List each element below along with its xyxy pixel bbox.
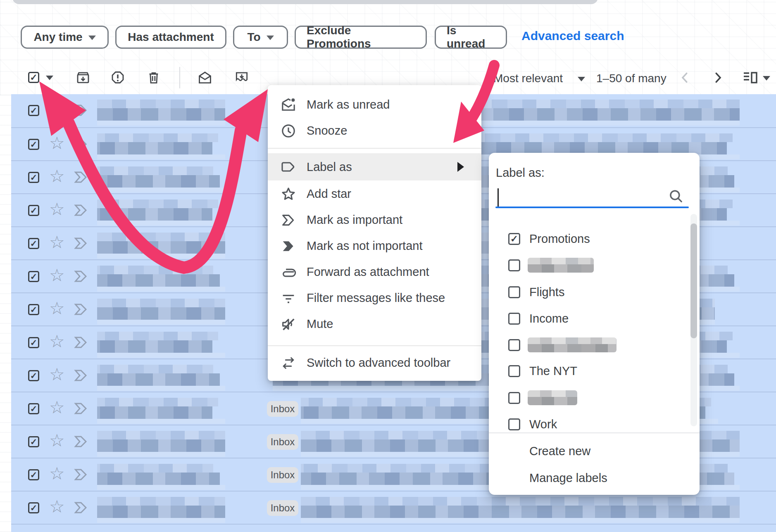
row-checkbox[interactable]: ✓ — [28, 337, 39, 348]
sort-caret-icon[interactable] — [578, 77, 585, 81]
label-option-promotions[interactable]: ✓ Promotions — [489, 226, 700, 252]
menu-item-mark-as-important[interactable]: Mark as important — [268, 207, 481, 233]
menu-item-add-star[interactable]: Add star — [268, 181, 481, 207]
row-checkbox[interactable]: ✓ — [28, 238, 39, 249]
label-icon — [280, 159, 297, 175]
report-spam-icon[interactable] — [110, 70, 126, 86]
importance-marker-icon[interactable] — [74, 501, 90, 514]
star-icon[interactable]: ☆ — [49, 233, 65, 252]
scrollbar-thumb[interactable] — [690, 223, 697, 338]
check-glyph: ✓ — [30, 73, 37, 82]
filter-chip-label: Has attachment — [128, 31, 214, 44]
menu-item-label-as[interactable]: Label as — [268, 153, 481, 180]
importance-marker-icon[interactable] — [74, 237, 90, 249]
star-icon[interactable]: ☆ — [49, 398, 65, 417]
check-glyph: ✓ — [30, 371, 38, 380]
row-checkbox[interactable]: ✓ — [28, 370, 39, 381]
star-icon[interactable]: ☆ — [49, 497, 65, 516]
label-option-flights[interactable]: Flights — [489, 279, 700, 305]
star-icon[interactable]: ☆ — [49, 365, 65, 384]
star-icon[interactable]: ☆ — [49, 299, 65, 318]
email-row-partial[interactable] — [11, 524, 776, 532]
row-checkbox[interactable]: ✓ — [28, 502, 39, 513]
older-page-button[interactable] — [710, 70, 725, 85]
row-checkbox[interactable]: ✓ — [28, 271, 39, 282]
delete-icon[interactable] — [146, 70, 162, 86]
label-checkbox[interactable] — [508, 313, 520, 325]
importance-marker-icon[interactable] — [74, 138, 90, 150]
select-all-checkbox[interactable]: ✓ — [28, 72, 39, 83]
importance-marker-icon[interactable] — [74, 303, 90, 316]
label-checkbox[interactable] — [508, 365, 520, 377]
star-icon[interactable]: ☆ — [49, 464, 65, 483]
menu-item-switch-to-advanced-toolbar[interactable]: Switch to advanced toolbar — [268, 350, 481, 376]
mark-unread-icon — [280, 97, 297, 113]
filter-chip-is-unread[interactable]: Is unread — [435, 26, 507, 49]
importance-marker-icon[interactable] — [74, 468, 90, 481]
importance-marker-icon[interactable] — [74, 204, 90, 216]
star-icon[interactable]: ☆ — [49, 431, 65, 450]
label-option-the-nyt[interactable]: The NYT — [489, 358, 700, 384]
importance-marker-icon[interactable] — [74, 336, 90, 349]
label-option-blurred[interactable] — [489, 332, 700, 358]
row-checkbox[interactable]: ✓ — [28, 139, 39, 150]
label-checkbox[interactable] — [508, 418, 520, 430]
manage-labels-button[interactable]: Manage labels — [529, 471, 607, 485]
importance-marker-icon[interactable] — [74, 435, 90, 448]
menu-item-mute[interactable]: Mute — [268, 311, 481, 337]
filter-chip-to[interactable]: To — [233, 26, 288, 49]
label-checkbox[interactable] — [508, 392, 520, 404]
text-cursor — [497, 188, 499, 207]
star-icon[interactable]: ☆ — [49, 100, 65, 119]
row-checkbox[interactable]: ✓ — [28, 403, 39, 414]
move-to-icon[interactable] — [234, 70, 250, 86]
filter-chip-exclude-promotions[interactable]: Exclude Promotions — [295, 26, 427, 49]
label-checkbox-checked[interactable]: ✓ — [508, 233, 520, 245]
row-checkbox[interactable]: ✓ — [28, 436, 39, 447]
importance-marker-icon[interactable] — [74, 104, 90, 116]
label-checkbox[interactable] — [508, 259, 520, 271]
star-icon[interactable]: ☆ — [49, 134, 65, 153]
star-icon[interactable]: ☆ — [49, 266, 65, 285]
filter-chip-any-time[interactable]: Any time — [21, 26, 109, 49]
select-all-dropdown-icon[interactable] — [46, 76, 53, 80]
row-checkbox[interactable]: ✓ — [28, 304, 39, 315]
menu-item-forward-as-attachment[interactable]: Forward as attachment — [268, 259, 481, 285]
importance-marker-icon[interactable] — [74, 171, 90, 183]
row-checkbox[interactable]: ✓ — [28, 205, 39, 216]
label-search-input[interactable] — [495, 185, 689, 208]
menu-item-filter-messages[interactable]: Filter messages like these — [268, 285, 481, 311]
label-option-blurred[interactable] — [489, 252, 700, 278]
importance-marker-icon[interactable] — [74, 369, 90, 382]
star-icon[interactable]: ☆ — [49, 332, 65, 351]
star-icon[interactable]: ☆ — [49, 167, 65, 186]
split-view-caret-icon[interactable] — [763, 76, 770, 81]
label-checkbox[interactable] — [508, 286, 520, 298]
importance-marker-icon[interactable] — [74, 270, 90, 283]
archive-icon[interactable] — [75, 70, 91, 86]
row-checkbox[interactable]: ✓ — [28, 469, 39, 480]
importance-marker-icon[interactable] — [74, 402, 90, 415]
menu-item-snooze[interactable]: Snooze — [268, 118, 481, 144]
search-icon — [667, 188, 685, 205]
menu-item-label: Switch to advanced toolbar — [307, 356, 450, 370]
row-checkbox[interactable]: ✓ — [28, 172, 39, 183]
sort-dropdown[interactable]: Most relevant — [493, 72, 563, 85]
row-checkbox[interactable]: ✓ — [28, 105, 39, 116]
split-view-icon[interactable] — [743, 71, 758, 84]
menu-item-mark-as-not-important[interactable]: Mark as not important — [268, 233, 481, 259]
star-icon[interactable]: ☆ — [49, 200, 65, 219]
email-row[interactable]: ✓ ☆ Inbox — [11, 491, 776, 524]
create-new-label-button[interactable]: Create new — [529, 444, 590, 458]
label-option-blurred[interactable] — [489, 385, 700, 411]
label-option-income[interactable]: Income — [489, 305, 700, 332]
menu-item-mark-as-unread[interactable]: Mark as unread — [268, 92, 481, 118]
label-checkbox[interactable] — [508, 339, 520, 351]
filter-chip-label: To — [247, 31, 260, 44]
swap-arrows-icon — [280, 355, 297, 371]
label-option-work[interactable]: Work — [489, 411, 700, 432]
filter-chip-has-attachment[interactable]: Has attachment — [115, 26, 226, 49]
advanced-search-link[interactable]: Advanced search — [521, 29, 624, 43]
newer-page-button[interactable] — [678, 70, 693, 85]
mark-as-read-icon[interactable] — [197, 70, 213, 86]
